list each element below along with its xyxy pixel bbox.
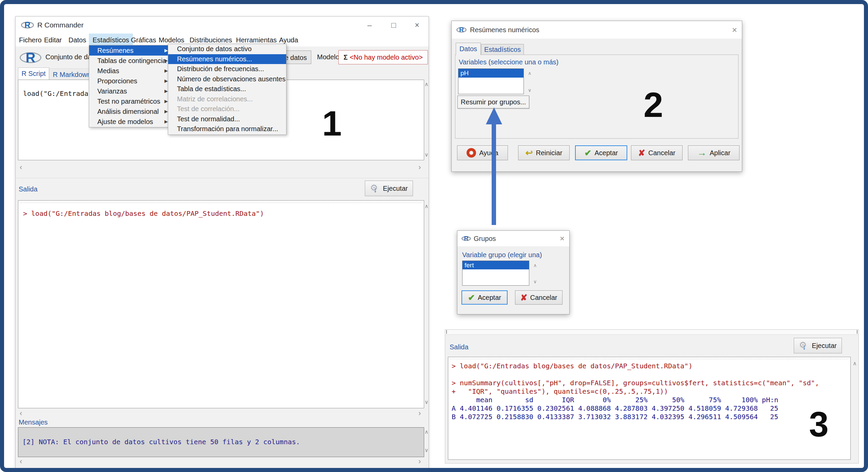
ejecutar-button[interactable]: ⚙↓ Ejecutar (365, 181, 413, 196)
r-logo-icon: R (456, 26, 467, 34)
salida-label: Salida (450, 343, 469, 351)
menu-item-test-no-parametricos[interactable]: Test no paramétricos▶ (89, 96, 171, 106)
title-bar: R R Commander – □ × (16, 17, 429, 34)
menu-item-tablas-contingencia[interactable]: Tablas de contingencia▶ (89, 56, 171, 66)
help-lifering-icon (467, 148, 476, 158)
variable-item-selected[interactable]: pH (458, 69, 524, 78)
cancelar-button[interactable]: ✘ Cancelar (631, 145, 683, 160)
tab-datos[interactable]: Datos (456, 43, 481, 55)
menu-fichero[interactable]: Fichero (19, 34, 42, 46)
resumir-por-grupos-button[interactable]: Resumir por grupos... (457, 96, 529, 108)
submenu-arrow-icon: ▶ (164, 96, 168, 106)
scroll-left-icon[interactable]: ‹ (20, 410, 22, 417)
aceptar-button[interactable]: ✔ Aceptar (461, 290, 508, 305)
menu-item-ajuste-de-modelos[interactable]: Ajuste de modelos▶ (89, 117, 171, 127)
scroll-left-icon[interactable]: ‹ (20, 458, 22, 465)
output-table-row-a: A 4.401146 0.1716355 0.2302561 4.088868 … (452, 404, 850, 413)
estadisticos-dropdown: Resúmenes▶ Tablas de contingencia▶ Media… (89, 45, 171, 127)
ejecutar-button[interactable]: ⚙↓ Ejecutar (794, 338, 842, 353)
scrollbar-edge-strip (445, 330, 859, 335)
section-divider (16, 178, 429, 178)
check-icon: ✔ (468, 293, 475, 303)
menu-estadisticos[interactable]: Estadísticos (89, 34, 133, 46)
menu-item-medias[interactable]: Medias▶ (89, 66, 171, 76)
resumenes-submenu: Conjunto de datos activo Resúmenes numér… (168, 44, 287, 135)
run-gear-icon: ⚙↓ (799, 341, 809, 351)
close-icon[interactable]: × (560, 231, 565, 246)
scroll-up-icon[interactable]: ∧ (425, 204, 429, 209)
cancelar-button[interactable]: ✘ Cancelar (515, 290, 563, 305)
aceptar-button[interactable]: ✔ Aceptar (575, 145, 627, 160)
r-logo-icon: R (461, 235, 471, 242)
minimize-button[interactable]: – (359, 17, 380, 34)
scroll-up-icon[interactable]: ∧ (425, 82, 429, 87)
scroll-up-icon[interactable]: ∧ (528, 70, 531, 76)
scroll-down-icon[interactable]: ∨ (425, 399, 429, 405)
close-icon[interactable]: × (732, 21, 737, 39)
reset-arrow-icon: ↩ (526, 148, 533, 158)
salida-label: Salida (19, 185, 38, 193)
submenu-item-transformacion-normalizar[interactable]: Transformación para normalizar... (168, 124, 286, 134)
scrollbar-tick (446, 330, 447, 334)
submenu-item-test-correlacion: Test de correlación... (168, 104, 286, 114)
menu-graficas[interactable]: Gráficas (131, 34, 156, 46)
active-model-button[interactable]: Σ<No hay modelo activo> (338, 50, 428, 64)
scroll-left-icon[interactable]: ‹ (20, 162, 22, 172)
salida-output-panel: Salida ⚙↓ Ejecutar > load("G:/Entradas b… (445, 329, 859, 464)
scroll-down-icon[interactable]: ∨ (425, 152, 429, 158)
scroll-up-icon[interactable]: ∧ (853, 361, 857, 366)
scroll-right-icon[interactable]: › (418, 410, 421, 417)
submenu-item-test-normalidad[interactable]: Test de normalidad... (168, 114, 286, 124)
scroll-up-icon[interactable]: ∧ (533, 263, 537, 268)
tab-estadisticos[interactable]: Estadísticos (481, 44, 524, 55)
scroll-up-icon[interactable]: ∧ (425, 429, 429, 435)
variable-grupo-label: Variable grupo (elegir una) (462, 251, 542, 259)
close-button[interactable]: × (407, 17, 427, 34)
dialog-title: Resúmenes numéricos (470, 21, 539, 39)
variables-label: Variables (seleccione una o más) (459, 58, 558, 66)
menu-item-analisis-dimensional[interactable]: Análisis dimensional▶ (89, 106, 171, 117)
submenu-item-distribucion-frecuencias[interactable]: Distribución de frecuencias... (168, 64, 286, 74)
screenshot-canvas: R R Commander – □ × Fichero Editar Datos… (0, 0, 868, 472)
submenu-item-tabla-estadisticas[interactable]: Tabla de estadísticas... (168, 84, 286, 94)
scroll-right-icon[interactable]: › (418, 458, 421, 465)
dialog-title-bar: R Grupos × (457, 231, 569, 246)
menu-datos[interactable]: Datos (68, 34, 86, 46)
aplicar-button[interactable]: → Aplicar (688, 145, 739, 160)
run-gear-icon: ⚙↓ (370, 183, 380, 193)
scroll-down-icon[interactable]: ∨ (425, 448, 429, 453)
tab-r-script[interactable]: R Script (18, 67, 49, 80)
output-area[interactable]: > load("G:/Entradas blog/bases de datos/… (18, 200, 424, 408)
menu-editar[interactable]: Editar (44, 34, 62, 46)
group-variable-listbox[interactable]: fert (462, 261, 529, 286)
grupos-dialog: R Grupos × Variable grupo (elegir una) f… (457, 230, 570, 314)
messages-area[interactable]: [2] NOTA: El conjunto de datos cultivos … (18, 427, 424, 457)
scroll-right-icon[interactable]: › (418, 162, 421, 172)
sigma-icon: Σ (343, 54, 348, 61)
menu-item-resumenes[interactable]: Resúmenes▶ (89, 45, 171, 56)
mensajes-label: Mensajes (19, 418, 48, 426)
submenu-arrow-icon: ▶ (164, 76, 168, 86)
variables-listbox[interactable]: pH (458, 68, 524, 94)
cross-icon: ✘ (638, 148, 645, 158)
ayuda-button[interactable]: Ayuda (457, 145, 508, 160)
output-line: > load("G:/Entradas blog/bases de datos/… (452, 362, 850, 370)
submenu-item-conjunto-datos-activo[interactable]: Conjunto de datos activo (168, 44, 286, 54)
output-line: + "IQR", "quantiles"), quantiles=c(0,.25… (452, 387, 850, 396)
submenu-item-resumenes-numericos[interactable]: Resúmenes numéricos... (168, 54, 286, 64)
scroll-down-icon[interactable]: ∨ (533, 279, 537, 284)
submenu-item-matriz-correlaciones: Matriz de correlaciones... (168, 94, 286, 104)
maximize-button[interactable]: □ (383, 17, 404, 34)
submenu-item-observaciones-ausentes[interactable]: Número de observaciones ausentes (168, 74, 286, 84)
menu-item-proporciones[interactable]: Proporciones▶ (89, 76, 171, 86)
submenu-arrow-icon: ▶ (164, 106, 168, 117)
menu-item-varianzas[interactable]: Varianzas▶ (89, 86, 171, 96)
dialog-title: Grupos (474, 231, 496, 246)
message-note-line: [2] NOTA: El conjunto de datos cultivos … (22, 438, 300, 446)
tab-r-markdown[interactable]: R Markdown (49, 68, 95, 81)
scroll-down-icon[interactable]: ∨ (528, 87, 531, 93)
output-text-area[interactable]: > load("G:/Entradas blog/bases de datos/… (448, 357, 851, 460)
cross-icon: ✘ (520, 293, 528, 303)
group-item-selected[interactable]: fert (462, 261, 529, 269)
reiniciar-button[interactable]: ↩ Reiniciar (518, 145, 570, 160)
